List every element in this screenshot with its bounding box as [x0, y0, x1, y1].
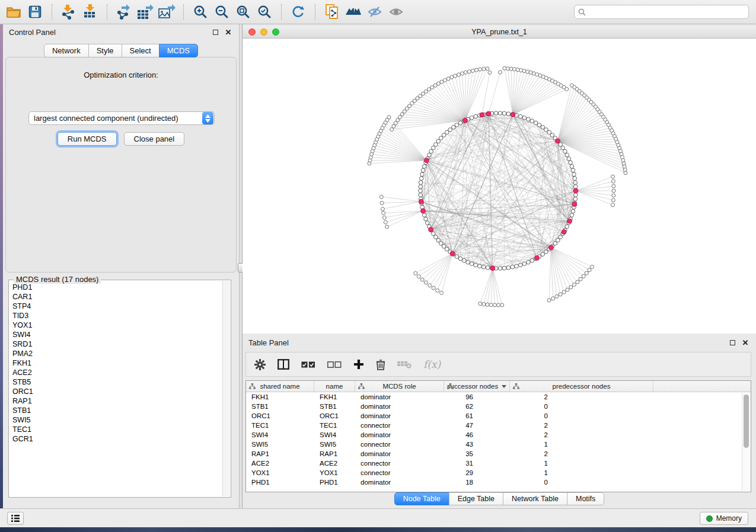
column-header[interactable]: predecessor nodes [510, 381, 653, 392]
ring-node[interactable] [428, 153, 432, 157]
table-scrollbar-thumb[interactable] [744, 395, 749, 448]
result-node-item[interactable]: STP4 [12, 302, 222, 311]
table-cell[interactable]: YOX1 [314, 469, 355, 476]
leaf-node[interactable] [436, 82, 440, 85]
deselect-all-button[interactable] [327, 361, 342, 368]
leaf-node[interactable] [572, 283, 576, 287]
mcds-hub-node[interactable] [562, 230, 566, 235]
column-header[interactable]: MCDS role [355, 381, 444, 392]
network-edge[interactable] [576, 191, 613, 200]
ring-node[interactable] [425, 221, 429, 225]
leaf-node[interactable] [428, 284, 432, 287]
ring-node[interactable] [466, 260, 470, 264]
leaf-node[interactable] [551, 297, 555, 300]
function-builder-button[interactable]: f(x) [423, 358, 441, 370]
table-cell[interactable]: PHD1 [314, 479, 355, 486]
network-edge[interactable] [438, 254, 452, 290]
network-edge[interactable] [480, 268, 493, 304]
table-cell[interactable]: 2 [510, 431, 653, 438]
table-cell[interactable]: 1 [510, 460, 653, 467]
ring-node[interactable] [419, 177, 423, 181]
optimization-criterion-dropdown[interactable]: largest connected component (undirected) [28, 111, 215, 125]
leaf-node[interactable] [612, 184, 615, 188]
network-edge[interactable] [465, 70, 477, 120]
leaf-node[interactable] [565, 87, 569, 91]
ring-node[interactable] [511, 265, 515, 269]
ring-node[interactable] [434, 235, 438, 239]
result-node-item[interactable]: FKH1 [12, 358, 222, 368]
table-row[interactable]: FKH1FKH1dominator962 [246, 392, 751, 402]
table-row[interactable]: ORC1ORC1dominator610 [246, 411, 751, 421]
leaf-node[interactable] [582, 274, 585, 278]
table-cell[interactable]: 96 [444, 393, 510, 400]
leaf-node[interactable] [569, 286, 573, 289]
table-cell[interactable]: 0 [510, 412, 653, 419]
leaf-node[interactable] [482, 303, 486, 306]
leaf-node[interactable] [547, 299, 551, 302]
ring-node[interactable] [567, 157, 571, 161]
import-table-button[interactable] [81, 3, 99, 21]
ring-node[interactable] [506, 112, 511, 116]
mcds-hub-node[interactable] [572, 202, 577, 207]
network-edge[interactable] [557, 141, 620, 151]
leaf-node[interactable] [588, 268, 591, 272]
leaf-node[interactable] [499, 70, 502, 74]
ring-node[interactable] [522, 262, 527, 266]
network-edge[interactable] [452, 77, 465, 120]
ring-node[interactable] [486, 266, 490, 270]
table-cell[interactable]: connector [355, 469, 444, 476]
network-edge[interactable] [557, 122, 607, 141]
leaf-node[interactable] [471, 69, 474, 72]
network-edge[interactable] [513, 77, 543, 115]
ring-node[interactable] [565, 153, 569, 157]
network-edge[interactable] [557, 100, 589, 141]
leaf-node[interactable] [479, 302, 482, 306]
leaf-node[interactable] [381, 207, 384, 211]
table-cell[interactable]: 61 [444, 412, 510, 419]
result-node-item[interactable]: STB1 [12, 406, 222, 415]
table-cell[interactable]: 1 [510, 441, 653, 448]
leaf-node[interactable] [454, 74, 457, 78]
mcds-hub-node[interactable] [425, 158, 429, 163]
ring-node[interactable] [498, 111, 502, 116]
find-button[interactable] [344, 3, 362, 21]
leaf-node[interactable] [475, 68, 479, 72]
network-edge[interactable] [430, 254, 452, 286]
leaf-node[interactable] [385, 225, 389, 229]
leaf-node[interactable] [509, 67, 513, 70]
network-edge[interactable] [465, 70, 473, 120]
network-edge[interactable] [429, 155, 452, 254]
leaf-node[interactable] [382, 216, 386, 219]
result-list-scrollbar[interactable] [222, 281, 230, 496]
table-cell[interactable]: dominator [355, 479, 444, 486]
close-mcds-panel-button[interactable]: Close panel [124, 132, 185, 146]
leaf-node[interactable] [384, 220, 387, 224]
leaf-node[interactable] [460, 72, 464, 75]
ring-node[interactable] [470, 116, 474, 120]
ring-node[interactable] [420, 172, 425, 177]
refresh-view-button[interactable] [289, 3, 307, 21]
mcds-hub-node[interactable] [480, 113, 484, 117]
mcds-hub-node[interactable] [548, 245, 553, 250]
network-edge[interactable] [374, 148, 427, 161]
ring-node[interactable] [556, 238, 560, 242]
leaf-node[interactable] [562, 290, 566, 294]
ring-node[interactable] [573, 177, 577, 181]
table-cell[interactable]: 46 [444, 431, 510, 438]
table-scrollbar[interactable] [742, 393, 750, 491]
leaf-node[interactable] [591, 265, 594, 268]
mcds-hub-node[interactable] [573, 188, 578, 193]
table-cell[interactable]: connector [355, 460, 444, 467]
ring-node[interactable] [573, 181, 578, 185]
table-cell[interactable]: dominator [355, 450, 444, 457]
table-cell[interactable]: STB1 [314, 403, 355, 410]
ring-node[interactable] [506, 266, 511, 270]
table-cell[interactable]: FKH1 [246, 393, 314, 400]
ring-node[interactable] [474, 263, 478, 267]
table-cell[interactable]: SWI4 [314, 431, 355, 438]
leaf-node[interactable] [522, 69, 526, 73]
tab-mcds[interactable]: MCDS [159, 44, 198, 57]
column-header[interactable]: name [314, 381, 355, 392]
network-edge[interactable] [432, 87, 465, 120]
network-edge[interactable] [465, 72, 466, 120]
